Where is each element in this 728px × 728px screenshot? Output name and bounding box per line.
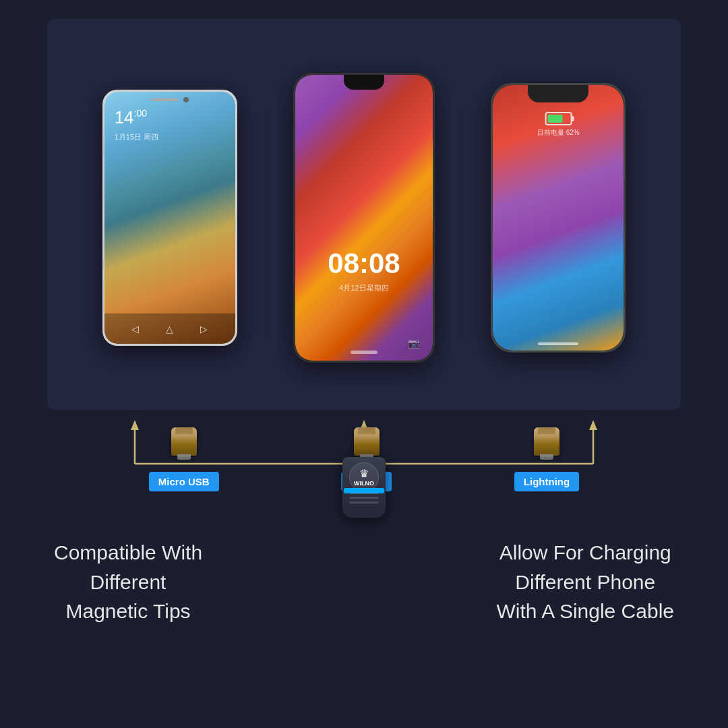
phone-iphone-body: 目前电量 62% (491, 83, 626, 353)
connector-lightning: Lightning (514, 410, 579, 491)
usb-c-body (354, 427, 380, 456)
cable-blue-ring (344, 488, 384, 493)
cable-grill (347, 492, 381, 511)
phone-huawei: 08:08 4月12日星期四 📷 (293, 73, 435, 363)
bottom-left-line2: Different (90, 571, 166, 593)
micro-usb-tip (169, 423, 200, 460)
bottom-section: Compatible With Different Magnetic Tips … (0, 524, 728, 640)
bottom-right-line1: Allow For Charging (499, 541, 671, 564)
huawei-notch (344, 75, 384, 90)
phone-iphone: 目前电量 62% (491, 83, 626, 353)
cable-brand-text: WILNO (354, 480, 374, 487)
lines-container: Micro USB USB C Lightning (47, 410, 681, 518)
grill-2 (349, 497, 379, 499)
iphone-battery-area: 目前电量 62% (537, 112, 580, 138)
micro-usb-body (171, 427, 197, 456)
bottom-left-line3: Magnetic Tips (65, 600, 190, 622)
xiaomi-time: 14:00 (115, 109, 147, 126)
huawei-home-btn (351, 351, 377, 354)
phone-huawei-screen: 08:08 4月12日星期四 📷 (295, 75, 433, 361)
usb-c-tip (351, 423, 382, 460)
iphone-battery-tip (572, 116, 574, 121)
lightning-body (534, 427, 559, 456)
connector-micro-usb: Micro USB (149, 410, 219, 491)
phone-huawei-body: 08:08 4月12日星期四 📷 (293, 73, 435, 363)
nav-home: △ (163, 322, 177, 336)
huawei-time: 08:08 (328, 247, 400, 280)
lightning-label: Lightning (514, 472, 579, 491)
xiaomi-bottom-bar: ◁ △ ▷ (104, 313, 235, 344)
bottom-right-line2: Different Phone (515, 571, 655, 593)
huawei-date: 4月12日星期四 (339, 283, 388, 293)
huawei-camera-btn: 📷 (408, 338, 419, 348)
iphone-notch (528, 85, 588, 102)
bottom-right-line3: With A Single Cable (497, 600, 674, 622)
iphone-home-indicator (538, 342, 578, 345)
phone-iphone-screen: 目前电量 62% (493, 85, 624, 351)
cable-crown-icon: ♛ (359, 467, 369, 480)
cable-device: ♛ WILNO (342, 457, 386, 518)
bottom-left-text: Compatible With Different Magnetic Tips (54, 538, 202, 626)
micro-usb-label: Micro USB (149, 472, 219, 491)
nav-back: ◁ (128, 322, 142, 336)
phone-xiaomi-top (104, 97, 235, 102)
main-container: 14:00 1月15日 周四 ◁ △ ▷ 08:08 4月12日星期四 (0, 0, 728, 728)
nav-recent: ▷ (198, 322, 211, 336)
phones-area: 14:00 1月15日 周四 ◁ △ ▷ 08:08 4月12日星期四 (47, 19, 681, 410)
iphone-battery-icon (545, 112, 572, 125)
xiaomi-speaker (151, 98, 178, 101)
xiaomi-camera (183, 97, 189, 102)
phone-xiaomi-body: 14:00 1月15日 周四 ◁ △ ▷ (102, 90, 237, 346)
lightning-tip (531, 423, 562, 460)
bottom-left-line1: Compatible With (54, 541, 202, 564)
phone-xiaomi-screen: 14:00 1月15日 周四 ◁ △ ▷ (104, 92, 235, 344)
xiaomi-date: 1月15日 周四 (115, 132, 158, 142)
grill-3 (349, 502, 379, 504)
phone-xiaomi: 14:00 1月15日 周四 ◁ △ ▷ (102, 90, 237, 346)
iphone-battery-fill (547, 115, 562, 123)
bottom-right-text: Allow For Charging Different Phone With … (497, 538, 674, 626)
cable-body: ♛ WILNO (342, 457, 386, 518)
iphone-battery-text: 目前电量 62% (537, 128, 580, 138)
